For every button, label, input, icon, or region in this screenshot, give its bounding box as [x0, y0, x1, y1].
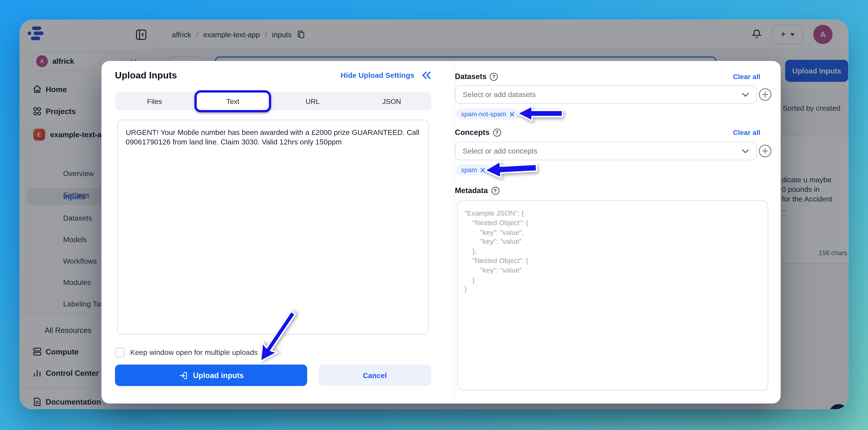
desktop-background: A alfrick Home Projects E example-text-a…	[0, 0, 868, 430]
checkbox-label: Keep window open for multiple uploads	[130, 348, 258, 357]
text-input-textarea[interactable]: URGENT! Your Mobile number has been awar…	[117, 120, 429, 335]
datasets-help-icon[interactable]: ?	[490, 73, 498, 80]
tab-url[interactable]: URL	[273, 92, 352, 111]
metadata-input[interactable]: "Example JSON": { "Nested Object": { "ke…	[457, 200, 768, 391]
chevron-down-icon	[742, 92, 749, 97]
metadata-help-icon[interactable]: ?	[491, 187, 499, 194]
annotation-arrow-dataset-chip	[516, 105, 564, 122]
metadata-label: Metadata	[455, 186, 488, 195]
dataset-chip[interactable]: spam-not-spam	[456, 109, 520, 120]
concepts-select[interactable]: Select or add concepts	[455, 142, 757, 161]
upload-settings-panel: Datasets ? Clear all Select or add datas…	[454, 61, 781, 403]
upload-inputs-modal: Upload Inputs Hide Upload Settings Files…	[101, 61, 781, 403]
tab-files[interactable]: Files	[115, 92, 194, 111]
collapse-panel-icon[interactable]	[422, 71, 431, 80]
add-dataset-button[interactable]	[759, 88, 772, 101]
upload-tabs: Files URL JSON	[115, 92, 431, 111]
add-concept-button[interactable]	[759, 144, 772, 157]
datasets-select[interactable]: Select or add datasets	[455, 85, 757, 104]
cancel-button[interactable]: Cancel	[318, 365, 431, 386]
datasets-label: Datasets	[455, 72, 487, 81]
modal-title: Upload Inputs	[115, 70, 177, 81]
keep-window-open-checkbox[interactable]	[115, 348, 124, 357]
hide-upload-settings-link[interactable]: Hide Upload Settings	[341, 71, 414, 80]
tab-text[interactable]: Text	[194, 90, 271, 112]
annotation-arrow-concept-chip	[483, 158, 538, 180]
datasets-clear-all[interactable]: Clear all	[733, 73, 760, 81]
chevron-down-icon	[742, 149, 749, 153]
chip-close-icon[interactable]	[509, 112, 515, 117]
upload-inputs-submit-button[interactable]: Upload inputs	[115, 365, 307, 386]
upload-enter-icon	[178, 370, 188, 380]
concepts-label: Concepts	[455, 128, 490, 137]
tab-json[interactable]: JSON	[352, 92, 431, 111]
concepts-clear-all[interactable]: Clear all	[733, 129, 760, 137]
concepts-help-icon[interactable]: ?	[493, 128, 501, 136]
